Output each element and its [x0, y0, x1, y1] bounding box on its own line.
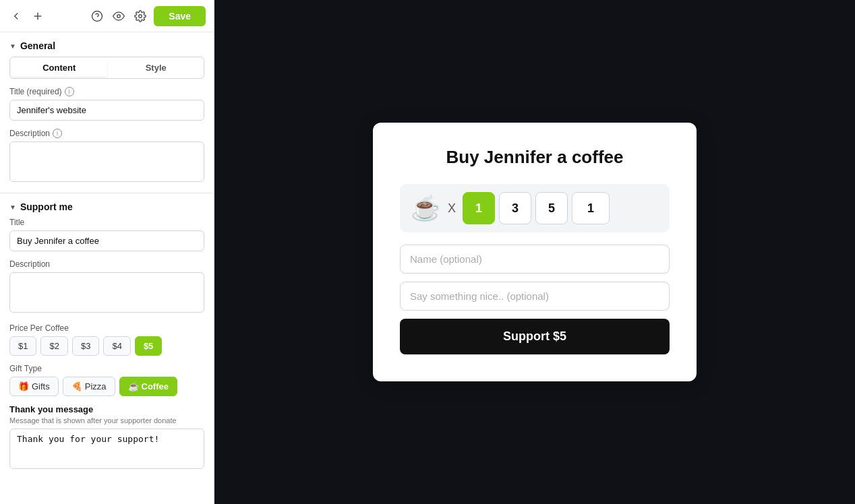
support-desc-label: Description	[9, 259, 204, 269]
description-info-icon[interactable]: i	[53, 129, 62, 138]
sidebar: Save ▼ General Content Style Title (requ…	[0, 0, 214, 504]
qty-btn-1[interactable]: 1	[463, 192, 495, 224]
title-info-icon[interactable]: i	[65, 87, 74, 96]
price-btn-1[interactable]: $1	[9, 336, 36, 356]
coffee-icon: ☕	[411, 194, 441, 222]
gift-btn-pizza[interactable]: 🍕 Pizza	[63, 377, 115, 396]
price-btn-5[interactable]: $5	[135, 336, 162, 356]
support-desc-group: Description	[0, 259, 214, 323]
price-btn-2[interactable]: $2	[40, 336, 67, 356]
qty-btn-3[interactable]: 3	[499, 192, 531, 224]
preview-card: Buy Jennifer a coffee ☕ X 1 3 5 Support …	[373, 123, 697, 381]
settings-icon[interactable]	[132, 8, 148, 24]
description-textarea[interactable]	[9, 141, 204, 182]
thankyou-desc: Message that is shown after your support…	[9, 416, 204, 424]
price-label: Price Per Coffee	[9, 323, 204, 333]
message-input[interactable]	[400, 282, 670, 311]
quantity-buttons: 1 3 5	[463, 192, 610, 224]
main-preview-area: Buy Jennifer a coffee ☕ X 1 3 5 Support …	[214, 0, 855, 504]
gift-btn-gifts[interactable]: 🎁 Gifts	[9, 377, 59, 396]
collapse-icon[interactable]	[8, 8, 24, 24]
gift-type-label: Gift Type	[9, 364, 204, 373]
tab-content[interactable]: Content	[11, 59, 107, 77]
name-input[interactable]	[400, 245, 670, 274]
preview-icon[interactable]	[111, 8, 127, 24]
support-desc-textarea[interactable]	[9, 272, 204, 313]
qty-btn-5[interactable]: 5	[535, 192, 568, 224]
support-title-label: Title	[9, 218, 204, 227]
title-input[interactable]	[9, 100, 204, 121]
svg-point-5	[139, 14, 142, 18]
support-chevron-icon: ▼	[9, 203, 16, 211]
coffee-selector: ☕ X 1 3 5	[400, 184, 670, 232]
support-section-label: Support me	[20, 201, 73, 212]
support-button[interactable]: Support $5	[400, 319, 670, 354]
gift-type-group: Gift Type 🎁 Gifts 🍕 Pizza ☕ Coffee	[0, 364, 214, 404]
price-group: Price Per Coffee $1 $2 $3 $4 $5	[0, 323, 214, 364]
help-icon[interactable]	[89, 8, 105, 24]
tab-style[interactable]: Style	[109, 57, 204, 78]
gift-btn-coffee[interactable]: ☕ Coffee	[119, 377, 177, 396]
gift-buttons: 🎁 Gifts 🍕 Pizza ☕ Coffee	[9, 377, 204, 396]
preview-title: Buy Jennifer a coffee	[400, 147, 670, 168]
support-title-group: Title	[0, 218, 214, 259]
title-field-group: Title (required) i	[0, 87, 214, 129]
content-style-tabs: Content Style	[9, 57, 204, 79]
title-field-label: Title (required) i	[9, 87, 204, 96]
price-btn-4[interactable]: $4	[103, 336, 130, 356]
price-buttons: $1 $2 $3 $4 $5	[9, 336, 204, 356]
description-label: Description i	[9, 129, 204, 138]
save-button[interactable]: Save	[154, 6, 206, 26]
price-btn-3[interactable]: $3	[72, 336, 99, 356]
toolbar: Save	[0, 0, 214, 32]
support-title-input[interactable]	[9, 230, 204, 251]
thankyou-title: Thank you message	[9, 404, 204, 414]
thankyou-section: Thank you message Message that is shown …	[0, 404, 214, 481]
x-label: X	[448, 201, 456, 216]
svg-point-4	[117, 14, 121, 18]
general-chevron-icon: ▼	[9, 42, 16, 50]
qty-custom-input[interactable]	[572, 192, 610, 224]
thankyou-textarea[interactable]: Thank you for your support!	[9, 429, 204, 469]
general-section-label: General	[20, 40, 55, 51]
general-section-header: ▼ General	[0, 32, 214, 57]
add-icon[interactable]	[30, 8, 46, 24]
support-section-header: ▼ Support me	[0, 193, 214, 218]
description-field-group: Description i	[0, 129, 214, 193]
